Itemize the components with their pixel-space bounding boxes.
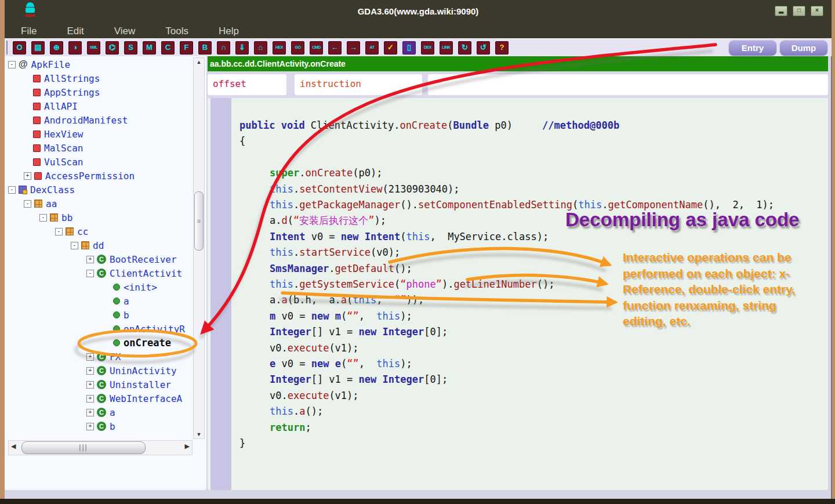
code-line[interactable]: this.a(); (239, 404, 774, 419)
tree-item-vulscan[interactable]: VulScan (5, 155, 195, 169)
expand-icon[interactable]: + (86, 395, 94, 403)
collapse-icon[interactable]: - (71, 242, 78, 249)
tree-item-fx[interactable]: +CFX (5, 350, 195, 364)
code-line[interactable] (239, 150, 774, 165)
at-icon[interactable]: AT (365, 41, 379, 55)
menu-edit[interactable]: Edit (67, 24, 84, 38)
fields-icon[interactable]: F (180, 41, 193, 55)
tree-item-hexview[interactable]: HexView (5, 127, 195, 141)
tree-item-cc[interactable]: -cc (5, 224, 195, 238)
strings-icon[interactable]: S (124, 41, 137, 55)
go-icon[interactable]: GO (291, 41, 304, 55)
scroll-up-icon[interactable]: ▲ (194, 59, 204, 65)
tree-item-oncreate[interactable]: onCreate (5, 336, 195, 350)
tree-item-clientactivit[interactable]: -CClientActivit (5, 266, 195, 280)
minimize-button[interactable]: ▂ (775, 6, 787, 16)
horizontal-scroll-thumb[interactable]: ||| (21, 441, 146, 454)
collapse-icon[interactable]: - (55, 228, 63, 235)
entries-icon[interactable]: ∩ (217, 41, 230, 55)
tree-item-dexclass[interactable]: -DexClass (5, 183, 195, 197)
back-icon[interactable]: ← (328, 41, 342, 55)
save-icon[interactable]: ▤ (31, 41, 45, 55)
redo-icon[interactable]: ↻ (458, 41, 471, 55)
tree-item-uninstaller[interactable]: +CUninstaller (5, 378, 195, 391)
close-button[interactable]: × (811, 6, 823, 16)
tree-item-webinterfacea[interactable]: +CWebInterfaceA (5, 391, 195, 405)
scroll-right-icon[interactable]: ▶ (185, 443, 190, 450)
toolbar-grip[interactable] (6, 41, 8, 55)
android-manifest-icon[interactable]: ⌬ (106, 41, 119, 55)
code-line[interactable]: return; (239, 420, 774, 436)
code-line[interactable]: e v0 = new e(“”, this); (239, 356, 774, 372)
collapse-icon[interactable]: - (24, 200, 31, 208)
tree-item-a[interactable]: a (5, 294, 195, 308)
code-line[interactable]: super.onCreate(p0); (239, 165, 774, 181)
instruction-column-header[interactable]: instruction (295, 74, 422, 95)
expand-icon[interactable]: + (24, 172, 31, 180)
code-line[interactable]: v0.execute(v1); (239, 388, 774, 404)
report-icon[interactable]: ▯ (402, 41, 416, 55)
tree-item-androidmanifest[interactable]: AndroidManifest (5, 113, 195, 127)
code-line[interactable]: Integer[] v1 = new Integer[0]; (239, 372, 774, 387)
vertical-scroll-thumb[interactable]: ≡ (194, 191, 204, 251)
classes-icon[interactable]: C (161, 41, 175, 55)
collapse-icon[interactable]: - (39, 214, 47, 222)
expand-icon[interactable]: + (86, 409, 94, 416)
tree-item-aa[interactable]: -aa (5, 197, 195, 211)
expand-icon[interactable]: + (86, 353, 94, 361)
bookmark-icon[interactable]: ✓ (384, 41, 397, 55)
tree-item-malscan[interactable]: MalScan (5, 141, 195, 155)
tree-horizontal-scrollbar[interactable]: ◀ ||| ▶ (8, 440, 193, 455)
dex-icon[interactable]: DEX (421, 41, 434, 55)
offset-column-header[interactable]: offset (208, 74, 286, 95)
tree-item-bootreceiver[interactable]: +CBootReceiver (5, 252, 195, 266)
expand-icon[interactable]: + (86, 423, 94, 430)
tree-item-allstrings[interactable]: AllStrings (5, 71, 195, 85)
tree-item-b[interactable]: b (5, 308, 195, 322)
collapse-icon[interactable]: - (86, 270, 94, 277)
tree-vertical-scrollbar[interactable]: ▲ ≡ ▼ (193, 57, 205, 439)
tree-item-allapi[interactable]: AllAPI (5, 99, 195, 113)
forward-icon[interactable]: → (347, 41, 360, 55)
filter-box[interactable] (428, 74, 828, 95)
search-icon[interactable]: ⊕ (50, 41, 63, 55)
tree-item-b[interactable]: +Cb (5, 419, 195, 433)
expand-icon[interactable]: + (86, 381, 94, 389)
xml-icon[interactable]: XML (87, 41, 100, 55)
export-down-icon[interactable]: ⇓ (235, 41, 249, 55)
tree-item-a[interactable]: +Ca (5, 405, 195, 419)
menu-help[interactable]: Help (219, 24, 239, 38)
collapse-icon[interactable]: - (8, 61, 16, 68)
tree-item-init[interactable]: <init> (5, 280, 195, 294)
expand-icon[interactable]: + (86, 367, 94, 375)
tree-item-accesspermission[interactable]: +AccessPermission (5, 169, 195, 183)
menu-file[interactable]: File (21, 24, 37, 38)
tree-item-apkfile[interactable]: -@ApkFile (5, 57, 195, 71)
view-icon[interactable]: ◑ (68, 41, 82, 55)
bytecode-icon[interactable]: B (198, 41, 212, 55)
scroll-down-icon[interactable]: ▼ (194, 432, 204, 437)
tree-item-uninactivity[interactable]: +CUninActivity (5, 364, 195, 378)
cmd-icon[interactable]: CMD (310, 41, 323, 55)
scroll-left-icon[interactable]: ◀ (11, 443, 16, 450)
open-file-icon[interactable]: O (13, 41, 26, 55)
code-line[interactable]: v0.execute(v1); (239, 340, 774, 356)
help-icon[interactable]: ? (495, 41, 509, 55)
expand-icon[interactable]: + (86, 256, 94, 263)
tree-item-onactivityr[interactable]: onActivityR (5, 322, 195, 336)
code-line[interactable]: } (239, 436, 774, 451)
collapse-icon[interactable]: - (8, 186, 16, 194)
maximize-button[interactable]: □ (793, 6, 805, 16)
menu-view[interactable]: View (114, 24, 136, 38)
code-line[interactable]: { (239, 133, 774, 149)
link-icon[interactable]: LINK (440, 41, 453, 55)
entry-button[interactable]: Entry (728, 40, 777, 56)
undo-icon[interactable]: ↺ (477, 41, 490, 55)
tree-item-appstrings[interactable]: AppStrings (5, 85, 195, 99)
tree-item-bb[interactable]: -bb (5, 211, 195, 224)
home-up-icon[interactable]: ⌂ (254, 41, 267, 55)
code-line[interactable]: public void ClientActivity.onCreate(Bund… (239, 118, 774, 133)
tree-item-dd[interactable]: -dd (5, 238, 195, 252)
code-line[interactable]: Intent v0 = new Intent(this, MyService.c… (239, 229, 774, 245)
dump-button[interactable]: Dump (779, 40, 828, 56)
